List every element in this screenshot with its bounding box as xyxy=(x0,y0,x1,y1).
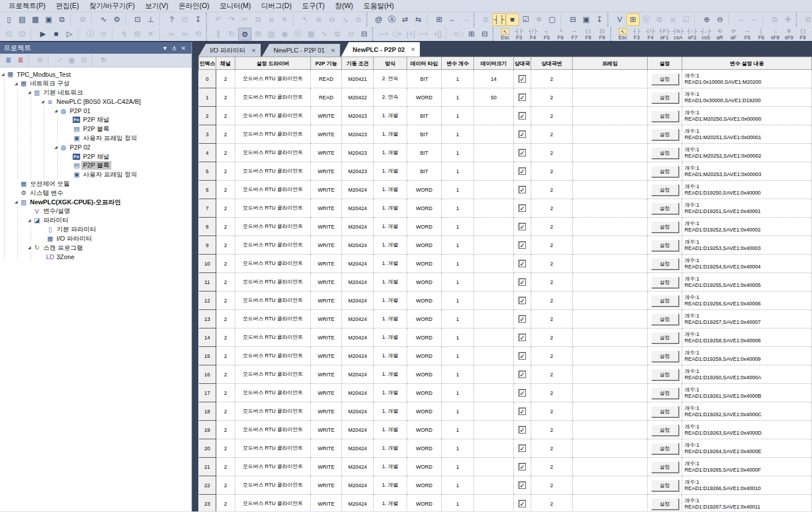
tree-item-i-o-파라미터[interactable]: ▦I/O 파라미터 xyxy=(0,234,191,243)
cell-index[interactable]: 14 xyxy=(199,328,216,347)
cell-index[interactable]: 7 xyxy=(199,199,216,218)
ladder-key-esc-0[interactable]: ↖Esc xyxy=(498,28,512,40)
cell-frame[interactable] xyxy=(573,162,648,181)
cell-p2p-function[interactable]: WRITE xyxy=(311,181,342,199)
wrench-icon[interactable]: ⚙ xyxy=(76,13,89,26)
cell-data-type[interactable]: WORD xyxy=(407,439,442,458)
ladder-key2-csa-4[interactable]: ┤N├csA xyxy=(671,28,685,40)
cell-condition[interactable]: M20424 xyxy=(342,328,374,347)
frame-add-icon[interactable]: ⊞ xyxy=(465,28,478,40)
cell-index[interactable]: 20 xyxy=(199,439,216,458)
peer-checkbox[interactable]: ✓ xyxy=(518,94,526,101)
find-settings-icon[interactable]: @ xyxy=(372,13,385,26)
tree-item-p2p-채널[interactable]: FnP2P 채널 xyxy=(0,115,191,125)
cell-p2p-function[interactable]: WRITE xyxy=(311,476,342,495)
cell-frame[interactable] xyxy=(573,107,648,125)
cell-index[interactable]: 4 xyxy=(199,144,216,162)
cell-channel[interactable]: 2 xyxy=(216,162,235,181)
person-v-icon[interactable]: ⓥ xyxy=(291,28,304,40)
cell-station[interactable]: 2 xyxy=(531,458,573,476)
peer-checkbox[interactable]: ✓ xyxy=(518,371,526,378)
cell-method[interactable]: 1. 개별 xyxy=(374,273,407,291)
check-view-icon[interactable]: ☑ xyxy=(519,13,532,26)
cell-driver[interactable]: 모드버스 RTU 클라이언트 xyxy=(235,107,311,125)
help-icon[interactable]: ? xyxy=(165,13,178,26)
cell-station[interactable]: 2 xyxy=(531,365,573,384)
cell-p2p-function[interactable]: WRITE xyxy=(311,291,342,310)
cell-condition[interactable]: M20423 xyxy=(342,162,374,181)
connection-settings-icon[interactable]: ⚙ xyxy=(110,13,123,26)
cell-method[interactable]: 1. 개별 xyxy=(374,365,407,384)
info-icon[interactable]: ⓘ xyxy=(84,28,97,40)
grid-icon[interactable]: ⊞ xyxy=(433,13,446,26)
navigate-back-icon[interactable]: ← xyxy=(446,13,459,26)
cell-frame[interactable] xyxy=(573,402,648,421)
cell-frame[interactable] xyxy=(573,70,648,88)
cell-index[interactable]: 22 xyxy=(199,476,216,495)
target-icon[interactable]: ◉ xyxy=(278,28,291,40)
cell-method[interactable]: 1. 개별 xyxy=(374,255,407,273)
dashed-view-icon[interactable]: ▢ xyxy=(546,13,559,26)
cell-data-size[interactable] xyxy=(474,291,514,310)
cell-data-size[interactable] xyxy=(474,107,514,125)
cell-method[interactable]: 1. 개별 xyxy=(374,347,407,365)
cell-index[interactable]: 0 xyxy=(199,70,216,88)
cell-data-type[interactable]: WORD xyxy=(407,218,442,236)
cell-data-type[interactable]: WORD xyxy=(407,291,442,310)
cell-driver[interactable]: 모드버스 RTU 클라이언트 xyxy=(235,88,311,107)
cell-data-size[interactable] xyxy=(474,495,514,512)
cell-p2p-function[interactable]: WRITE xyxy=(311,199,342,218)
cell-var-count[interactable]: 1 xyxy=(442,365,474,384)
expander-icon[interactable]: ◢ xyxy=(40,99,46,104)
cell-station[interactable]: 2 xyxy=(531,107,573,125)
cell-channel[interactable]: 2 xyxy=(216,328,235,347)
cell-channel[interactable]: 2 xyxy=(216,88,235,107)
setting-button[interactable]: 설정 xyxy=(651,313,679,325)
peer-checkbox[interactable]: ✓ xyxy=(518,481,526,489)
cell-channel[interactable]: 2 xyxy=(216,273,235,291)
person-clock-icon[interactable]: ⊙ xyxy=(344,28,358,40)
cell-index[interactable]: 11 xyxy=(199,273,216,291)
cell-condition[interactable]: M20424 xyxy=(342,236,374,255)
panel-check-icon[interactable]: ✓ xyxy=(54,54,66,67)
cell-condition[interactable]: M20421 xyxy=(342,70,374,88)
peer-checkbox[interactable]: ✓ xyxy=(518,260,526,267)
cell-method[interactable]: 1. 개별 xyxy=(374,125,407,144)
bracket-add-icon[interactable]: [+] xyxy=(404,28,418,40)
link-icon[interactable]: ∞ xyxy=(165,28,178,40)
cell-frame[interactable] xyxy=(573,291,648,310)
cell-p2p-function[interactable]: WRITE xyxy=(311,365,342,384)
cell-driver[interactable]: 모드버스 RTU 클라이언트 xyxy=(235,181,311,199)
peer-checkbox[interactable]: ✓ xyxy=(518,112,526,119)
cell-var-detail[interactable]: 개수:1READ1:D19251,SAVE1:0x40001 xyxy=(682,199,812,218)
ladder-key2-esc-0[interactable]: ↖Esc xyxy=(616,28,630,40)
cell-var-detail[interactable]: 개수:1READ1:0x30000,SAVE1:D19200 xyxy=(682,88,812,107)
cell-frame[interactable] xyxy=(573,255,648,273)
cell-channel[interactable]: 2 xyxy=(216,476,235,495)
save-import-icon[interactable]: ▦ xyxy=(29,13,42,26)
cell-var-count[interactable]: 1 xyxy=(442,70,474,88)
cell-data-size[interactable]: 14 xyxy=(474,70,514,88)
setting-button[interactable]: 설정 xyxy=(651,184,679,196)
cell-data-type[interactable]: BIT xyxy=(407,162,442,181)
bracket-open-icon[interactable]: ⌐+ xyxy=(378,28,391,40)
cell-frame[interactable] xyxy=(573,347,648,365)
cell-var-count[interactable]: 1 xyxy=(442,421,474,439)
cell-driver[interactable]: 모드버스 RTU 클라이언트 xyxy=(235,328,311,347)
tree-item-p2p-채널[interactable]: FnP2P 채널 xyxy=(0,152,191,161)
cell-var-detail[interactable]: 개수:1READ1:D19265,SAVE1:0x4000F xyxy=(682,458,812,476)
peer-checkbox[interactable]: ✓ xyxy=(518,389,526,397)
cell-driver[interactable]: 모드버스 RTU 클라이언트 xyxy=(235,439,311,458)
cell-p2p-function[interactable]: WRITE xyxy=(311,384,342,402)
cell-data-size[interactable] xyxy=(474,310,514,328)
cell-station[interactable]: 2 xyxy=(531,476,573,495)
cell-condition[interactable]: M20424 xyxy=(342,310,374,328)
link-sync-icon[interactable]: ⟲ xyxy=(191,28,205,40)
find-next-icon[interactable]: ⇆ xyxy=(412,13,425,26)
cell-frame[interactable] xyxy=(573,476,648,495)
cell-condition[interactable]: M20423 xyxy=(342,125,374,144)
cell-var-detail[interactable]: 개수:1READ1:D19255,SAVE1:0x40005 xyxy=(682,273,812,291)
card-flag-icon[interactable]: ⊟ xyxy=(566,13,580,26)
cell-var-detail[interactable]: 개수:1READ1:M20250,SAVE1:0x00000 xyxy=(682,107,812,125)
ladder-key-f7-5[interactable]: ─F7 xyxy=(567,28,581,40)
